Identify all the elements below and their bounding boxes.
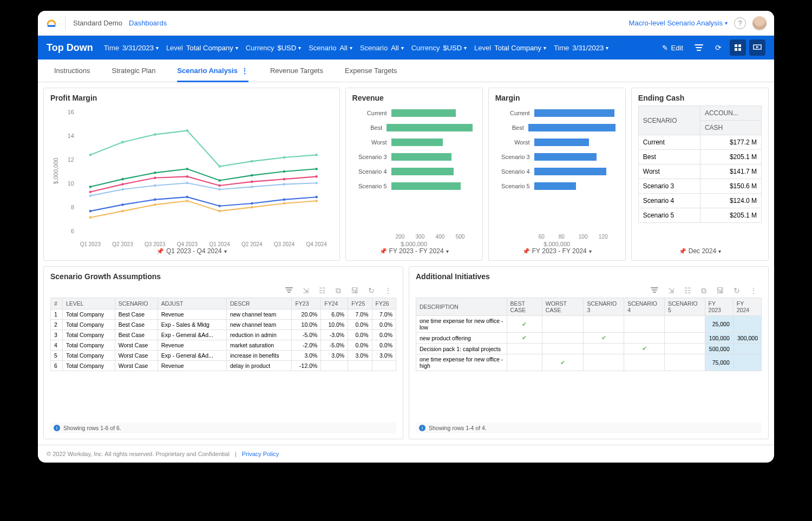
panel-footer-label[interactable]: Q1 2023 - Q4 2024 bbox=[166, 247, 222, 255]
table-row[interactable]: Current$177.2 M bbox=[638, 135, 761, 150]
col-header[interactable]: SCENARIO 4 bbox=[624, 298, 665, 316]
table-row[interactable]: Scenario 4$124.0 M bbox=[638, 194, 761, 208]
export-icon[interactable]: ⇲ bbox=[668, 286, 675, 295]
checkbox-cell[interactable]: ✔ bbox=[507, 333, 542, 344]
checkbox-cell[interactable] bbox=[584, 354, 624, 371]
checkbox-cell[interactable] bbox=[584, 316, 624, 333]
checkbox-cell[interactable]: ✔ bbox=[584, 333, 624, 344]
tab-instructions[interactable]: Instructions bbox=[54, 60, 90, 82]
context-param[interactable]: Scenario All ▾ bbox=[360, 44, 404, 52]
checkbox-cell[interactable] bbox=[507, 354, 542, 371]
checkbox-cell[interactable] bbox=[664, 344, 705, 354]
context-param-scenario[interactable]: ScenarioAll ▾ bbox=[309, 44, 352, 52]
tab-scenario analysis[interactable]: Scenario Analysis ⋮ bbox=[177, 60, 248, 82]
col-scenario[interactable]: SCENARIO bbox=[638, 106, 700, 135]
filter-icon[interactable] bbox=[285, 286, 293, 295]
user-avatar[interactable] bbox=[752, 16, 767, 30]
checkbox-cell[interactable] bbox=[507, 344, 542, 354]
chevron-down-icon[interactable]: ▾ bbox=[446, 248, 449, 254]
col-header[interactable]: FY 2023 bbox=[705, 298, 733, 316]
copy-icon[interactable]: ⧉ bbox=[701, 286, 706, 295]
panel-footer-label[interactable]: FY 2023 - FY 2024 bbox=[532, 247, 587, 255]
checkbox-cell[interactable] bbox=[542, 316, 584, 333]
context-param-currency[interactable]: Currency$USD ▾ bbox=[246, 44, 301, 52]
topnav-dashboards-link[interactable]: Dashboards bbox=[129, 19, 167, 27]
table-row[interactable]: new product offering✔✔100,000300,000 bbox=[416, 333, 762, 344]
table-row[interactable]: one time expense for new office - high✔7… bbox=[416, 354, 762, 371]
checkbox-cell[interactable] bbox=[542, 344, 584, 354]
settings-icon[interactable]: ☷ bbox=[319, 286, 326, 295]
col-header[interactable]: FY23 bbox=[292, 298, 321, 309]
col-header[interactable]: DESCRIPTION bbox=[416, 298, 507, 316]
context-param[interactable]: Time 3/31/2023 ▾ bbox=[554, 44, 608, 52]
save-icon[interactable]: 🖫 bbox=[716, 286, 724, 295]
checkbox-cell[interactable] bbox=[664, 354, 705, 371]
checkbox-cell[interactable]: ✔ bbox=[542, 354, 584, 371]
privacy-link[interactable]: Privacy Policy bbox=[242, 451, 279, 457]
growth-table[interactable]: #LEVELSCENARIOADJUSTDESCRFY23FY24FY25FY2… bbox=[50, 298, 396, 371]
refresh-icon[interactable]: ↻ bbox=[368, 286, 375, 295]
col-account-group[interactable]: ACCOUN... bbox=[700, 106, 761, 121]
more-icon[interactable]: ⋮ bbox=[750, 286, 757, 295]
checkbox-cell[interactable]: ✔ bbox=[624, 344, 665, 354]
col-header[interactable]: FY 2024 bbox=[733, 298, 761, 316]
chevron-down-icon[interactable]: ▾ bbox=[718, 248, 721, 254]
table-row[interactable]: Scenario 3$150.6 M bbox=[638, 179, 761, 194]
checkbox-cell[interactable] bbox=[624, 316, 665, 333]
table-row[interactable]: 1Total CompanyBest CaseRevenuenew channe… bbox=[51, 309, 396, 320]
settings-icon[interactable]: ☷ bbox=[684, 286, 691, 295]
edit-button[interactable]: ✎ Edit bbox=[658, 42, 687, 54]
table-row[interactable]: Worst$141.7 M bbox=[638, 164, 761, 179]
col-header[interactable]: # bbox=[51, 298, 63, 309]
grid-view-icon[interactable] bbox=[730, 39, 746, 56]
tab-strategic plan[interactable]: Strategic Plan bbox=[112, 60, 155, 82]
context-param[interactable]: Currency $USD ▾ bbox=[411, 44, 467, 52]
table-row[interactable]: Best$205.1 M bbox=[638, 150, 761, 164]
tab-expense targets[interactable]: Expense Targets bbox=[345, 60, 397, 82]
col-header[interactable]: SCENARIO 3 bbox=[584, 298, 624, 316]
panel-footer-label[interactable]: Dec 2024 bbox=[689, 247, 716, 255]
col-header[interactable]: FY25 bbox=[348, 298, 372, 309]
context-param-time[interactable]: Time3/31/2023 ▾ bbox=[104, 44, 159, 52]
checkbox-cell[interactable] bbox=[624, 354, 665, 371]
initiatives-table[interactable]: DESCRIPTIONBEST CASEWORST CASESCENARIO 3… bbox=[416, 298, 762, 371]
tab-more-icon[interactable]: ⋮ bbox=[241, 67, 248, 75]
tab-revenue targets[interactable]: Revenue Targets bbox=[270, 60, 323, 82]
checkbox-cell[interactable] bbox=[664, 333, 705, 344]
table-row[interactable]: one time expense for new office - low✔25… bbox=[416, 316, 762, 333]
context-param[interactable]: Level Total Company ▾ bbox=[474, 44, 546, 52]
table-row[interactable]: Decision pack 1: capital projects✔500,00… bbox=[416, 344, 762, 354]
col-header[interactable]: FY26 bbox=[372, 298, 396, 309]
table-row[interactable]: 6Total CompanyWorst CaseRevenuedelay in … bbox=[51, 361, 396, 371]
checkbox-cell[interactable] bbox=[664, 316, 705, 333]
save-icon[interactable]: 🖫 bbox=[351, 286, 358, 295]
checkbox-cell[interactable] bbox=[542, 333, 584, 344]
checkbox-cell[interactable] bbox=[584, 344, 624, 354]
macro-analysis-link[interactable]: Macro-level Scenario Analysis ▾ bbox=[629, 19, 728, 27]
col-header[interactable]: ADJUST bbox=[158, 298, 226, 309]
help-icon[interactable]: ? bbox=[734, 17, 746, 29]
filter-icon[interactable] bbox=[651, 286, 658, 295]
col-header[interactable]: SCENARIO bbox=[115, 298, 158, 309]
copy-icon[interactable]: ⧉ bbox=[336, 286, 341, 295]
filter-icon[interactable] bbox=[691, 39, 707, 56]
table-row[interactable]: Scenario 5$205.1 M bbox=[638, 208, 761, 223]
context-param-level[interactable]: LevelTotal Company ▾ bbox=[166, 44, 238, 52]
panel-footer-label[interactable]: FY 2023 - FY 2024 bbox=[389, 247, 444, 255]
more-icon[interactable]: ⋮ bbox=[384, 286, 392, 295]
table-row[interactable]: 2Total CompanyBest CaseExp - Sales & Mkt… bbox=[51, 320, 396, 330]
col-cash[interactable]: CASH bbox=[700, 121, 761, 135]
col-header[interactable]: BEST CASE bbox=[507, 298, 542, 316]
col-header[interactable]: LEVEL bbox=[62, 298, 115, 309]
col-header[interactable]: FY24 bbox=[321, 298, 348, 309]
col-header[interactable]: WORST CASE bbox=[542, 298, 584, 316]
table-row[interactable]: 4Total CompanyWorst CaseRevenuemarket sa… bbox=[51, 340, 396, 351]
export-icon[interactable]: ⇲ bbox=[303, 286, 309, 295]
checkbox-cell[interactable]: ✔ bbox=[507, 316, 542, 333]
present-icon[interactable] bbox=[749, 39, 765, 56]
refresh-icon[interactable]: ↻ bbox=[734, 286, 740, 295]
table-row[interactable]: 3Total CompanyBest CaseExp - General &Ad… bbox=[51, 330, 396, 340]
chevron-down-icon[interactable]: ▾ bbox=[589, 248, 592, 254]
col-header[interactable]: SCENARIO 5 bbox=[664, 298, 705, 316]
checkbox-cell[interactable] bbox=[624, 333, 665, 344]
